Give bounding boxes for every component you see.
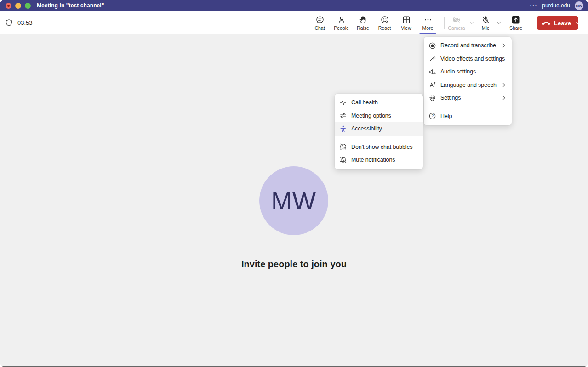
menu-item-label: Don't show chat bubbles xyxy=(351,144,413,150)
participant-initials: MW xyxy=(271,186,316,215)
raise-hand-icon xyxy=(359,15,368,24)
menu-item-label: Record and transcribe xyxy=(440,42,496,49)
menu-item-label: Meeting options xyxy=(351,113,391,119)
chevron-right-icon xyxy=(501,42,507,49)
more-menu: Record and transcribe Video effects and … xyxy=(424,37,512,125)
menu-item-record-and-transcribe[interactable]: Record and transcribe xyxy=(424,39,512,52)
menu-item-video-effects[interactable]: Video effects and settings xyxy=(424,52,512,66)
meeting-timer: 03:53 xyxy=(17,19,33,26)
teams-meeting-window: Meeting in "test channel" ··· purdue.edu… xyxy=(0,0,588,367)
tab-more[interactable]: More xyxy=(417,11,439,34)
meeting-timer-group: 03:53 xyxy=(5,11,33,34)
menu-item-mute-notifications[interactable]: Mute notifications xyxy=(335,153,423,167)
react-smiley-icon xyxy=(380,15,389,24)
speaker-settings-icon xyxy=(428,68,436,76)
menu-item-help[interactable]: ? Help xyxy=(424,110,512,123)
mic-options-chevron[interactable] xyxy=(495,11,503,34)
camera-label: Camera xyxy=(448,25,465,31)
window-title: Meeting in "test channel" xyxy=(37,2,104,9)
meeting-toolbar: 03:53 Chat People Raise xyxy=(0,11,588,34)
tab-people-label: People xyxy=(334,25,349,31)
menu-item-meeting-options[interactable]: Meeting options xyxy=(335,109,423,123)
share-screen-icon xyxy=(511,15,520,24)
menu-item-label: Accessibility xyxy=(351,125,382,132)
record-icon xyxy=(428,42,436,50)
accessibility-icon xyxy=(339,125,347,133)
more-submenu: Call health Meeting options Accessibilit… xyxy=(335,94,423,169)
question-circle-icon: ? xyxy=(428,112,436,120)
leave-button[interactable]: Leave xyxy=(537,16,575,30)
menu-item-label: Video effects and settings xyxy=(440,56,505,62)
toolbar-tabs: Chat People Raise React xyxy=(309,11,439,34)
camera-control: Camera xyxy=(445,11,476,34)
participant-avatar: MW xyxy=(259,166,328,235)
pulse-icon xyxy=(339,99,347,107)
leave-label: Leave xyxy=(554,20,571,27)
more-ellipsis-icon xyxy=(423,15,433,24)
menu-divider xyxy=(335,138,422,138)
menu-item-settings[interactable]: Settings xyxy=(424,91,512,105)
tab-raise-label: Raise xyxy=(357,25,369,31)
tab-chat[interactable]: Chat xyxy=(309,11,331,34)
tab-view[interactable]: View xyxy=(395,11,417,34)
zoom-window-button[interactable] xyxy=(25,3,31,9)
mic-control: Mic xyxy=(476,11,503,34)
mic-button[interactable]: Mic xyxy=(476,11,495,34)
menu-item-audio-settings[interactable]: Audio settings xyxy=(424,65,512,79)
tab-more-label: More xyxy=(422,25,434,31)
menu-item-label: Settings xyxy=(440,95,461,101)
sliders-icon xyxy=(339,112,347,119)
tab-raise[interactable]: Raise xyxy=(352,11,374,34)
camera-button[interactable]: Camera xyxy=(445,11,468,34)
toolbar-divider xyxy=(444,17,445,29)
menu-item-label: Call health xyxy=(351,99,378,106)
minimize-window-button[interactable] xyxy=(15,3,21,9)
mic-off-icon xyxy=(481,15,490,24)
invite-prompt: Invite people to join you xyxy=(0,259,588,270)
leave-button-group: Leave xyxy=(537,16,578,30)
menu-item-call-health[interactable]: Call health xyxy=(335,96,423,109)
camera-off-icon xyxy=(452,15,461,24)
menu-item-accessibility[interactable]: Accessibility xyxy=(335,122,423,136)
chevron-right-icon xyxy=(501,82,507,88)
magic-wand-icon xyxy=(428,55,436,62)
shield-icon xyxy=(5,19,13,27)
tab-react[interactable]: React xyxy=(374,11,395,34)
svg-text:?: ? xyxy=(431,114,434,119)
account-domain: purdue.edu xyxy=(542,2,570,9)
menu-item-dont-show-chat-bubbles[interactable]: Don't show chat bubbles xyxy=(335,141,423,154)
menu-item-language-and-speech[interactable]: Language and speech xyxy=(424,79,512,92)
camera-options-chevron[interactable] xyxy=(468,11,476,34)
close-window-button[interactable] xyxy=(6,3,11,9)
share-label: Share xyxy=(509,25,522,31)
account-avatar[interactable]: MW xyxy=(575,1,583,10)
bell-off-icon xyxy=(339,156,347,164)
chat-icon xyxy=(315,15,325,24)
titlebar-overflow-icon[interactable]: ··· xyxy=(530,2,538,9)
mic-label: Mic xyxy=(482,25,489,31)
hang-up-icon xyxy=(542,20,551,26)
chat-bubble-off-icon xyxy=(339,143,347,151)
menu-item-label: Help xyxy=(440,113,452,119)
chevron-right-icon xyxy=(501,95,507,101)
tab-react-label: React xyxy=(378,25,391,31)
translate-icon xyxy=(428,81,436,89)
gear-icon xyxy=(428,94,436,102)
share-button[interactable]: Share xyxy=(506,11,526,34)
leave-options-chevron[interactable] xyxy=(575,16,581,30)
titlebar: Meeting in "test channel" ··· purdue.edu… xyxy=(0,0,588,11)
tab-view-label: View xyxy=(401,25,411,31)
tab-people[interactable]: People xyxy=(331,11,352,34)
people-icon xyxy=(337,15,346,24)
tab-chat-label: Chat xyxy=(314,25,325,31)
menu-divider xyxy=(424,107,511,107)
menu-item-label: Audio settings xyxy=(440,68,476,75)
menu-item-label: Language and speech xyxy=(440,82,497,88)
menu-item-label: Mute notifications xyxy=(351,157,395,163)
view-grid-icon xyxy=(402,15,411,24)
traffic-lights xyxy=(6,3,31,9)
